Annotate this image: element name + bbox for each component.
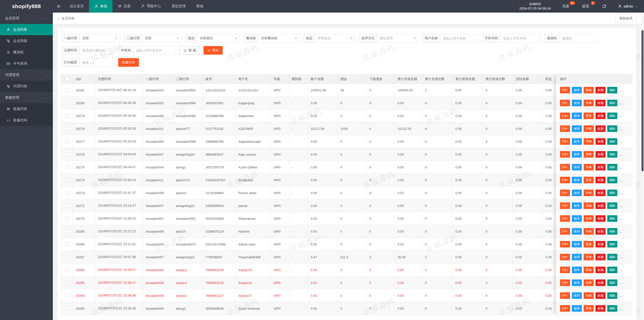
action-button-编辑[interactable]: 编辑 bbox=[607, 138, 617, 145]
row-checkbox[interactable] bbox=[65, 217, 69, 221]
action-button-等级[interactable]: 等级 bbox=[584, 177, 594, 183]
vertical-scrollbar[interactable] bbox=[641, 13, 644, 320]
action-button-打针[interactable]: 打针 bbox=[560, 305, 570, 312]
action-button-余额[interactable]: 余额 bbox=[595, 164, 606, 170]
action-button-编辑[interactable]: 编辑 bbox=[607, 228, 617, 235]
top-menu-item-6[interactable]: 商城 bbox=[191, 0, 209, 13]
action-button-编辑[interactable]: 编辑 bbox=[607, 125, 617, 132]
row-checkbox[interactable] bbox=[65, 114, 69, 118]
action-button-打针[interactable]: 打针 bbox=[560, 100, 570, 106]
action-button-做单[interactable]: 做单 bbox=[572, 113, 582, 119]
row-checkbox[interactable] bbox=[65, 255, 69, 259]
row-checkbox[interactable] bbox=[65, 204, 69, 208]
action-button-余额[interactable]: 余额 bbox=[595, 241, 606, 247]
action-button-余额[interactable]: 余额 bbox=[595, 125, 606, 132]
action-button-等级[interactable]: 等级 bbox=[584, 190, 594, 196]
action-button-做单[interactable]: 做单 bbox=[572, 254, 582, 260]
filter-select[interactable]: 全部级别 bbox=[197, 34, 239, 42]
action-button-余额[interactable]: 余额 bbox=[595, 267, 606, 273]
action-button-打针[interactable]: 打针 bbox=[560, 202, 570, 209]
action-button-编辑[interactable]: 编辑 bbox=[607, 100, 617, 106]
action-button-做单[interactable]: 做单 bbox=[572, 87, 582, 93]
action-button-等级[interactable]: 等级 bbox=[584, 215, 594, 222]
refresh-button[interactable] bbox=[597, 0, 612, 13]
action-button-编辑[interactable]: 编辑 bbox=[607, 113, 617, 119]
select-all-checkbox[interactable] bbox=[65, 77, 69, 81]
row-checkbox[interactable] bbox=[65, 139, 69, 144]
action-button-余额[interactable]: 余额 bbox=[595, 177, 606, 183]
action-button-编辑[interactable]: 编辑 bbox=[607, 254, 617, 260]
more-actions-link[interactable]: ... bbox=[620, 178, 623, 182]
sidebar-item-7[interactable]: 代理列表 bbox=[0, 81, 53, 92]
more-actions-link[interactable]: ... bbox=[620, 88, 623, 92]
action-button-做单[interactable]: 做单 bbox=[572, 241, 582, 247]
action-button-等级[interactable]: 等级 bbox=[584, 113, 594, 119]
row-checkbox[interactable] bbox=[65, 152, 69, 156]
sidebar-item-4[interactable]: 叠加组 bbox=[0, 47, 53, 58]
filter-select[interactable]: 所有状态 bbox=[315, 34, 355, 42]
action-button-余额[interactable]: 余额 bbox=[595, 279, 606, 286]
action-button-等级[interactable]: 等级 bbox=[584, 228, 594, 235]
action-button-等级[interactable]: 等级 bbox=[584, 254, 594, 260]
filter-input[interactable] bbox=[133, 46, 176, 54]
action-button-等级[interactable]: 等级 bbox=[584, 279, 594, 286]
action-button-编辑[interactable]: 编辑 bbox=[607, 305, 617, 312]
action-button-余额[interactable]: 余额 bbox=[595, 113, 606, 119]
row-checkbox[interactable] bbox=[65, 88, 69, 92]
action-button-做单[interactable]: 做单 bbox=[572, 202, 582, 209]
action-button-等级[interactable]: 等级 bbox=[584, 151, 594, 158]
action-button-编辑[interactable]: 编辑 bbox=[607, 202, 617, 209]
row-checkbox[interactable] bbox=[65, 101, 69, 105]
action-button-余额[interactable]: 余额 bbox=[595, 138, 606, 145]
top-menu-item-2[interactable]: 角色 bbox=[89, 0, 112, 13]
action-button-等级[interactable]: 等级 bbox=[584, 164, 594, 170]
action-button-打针[interactable]: 打针 bbox=[560, 215, 570, 222]
action-button-余额[interactable]: 余额 bbox=[595, 254, 606, 260]
more-actions-link[interactable]: ... bbox=[620, 230, 623, 233]
more-actions-link[interactable]: ... bbox=[620, 281, 623, 285]
action-button-等级[interactable]: 等级 bbox=[584, 241, 594, 247]
row-checkbox[interactable] bbox=[65, 268, 69, 272]
row-checkbox[interactable] bbox=[65, 191, 69, 195]
action-button-编辑[interactable]: 编辑 bbox=[607, 241, 617, 247]
action-button-做单[interactable]: 做单 bbox=[572, 138, 582, 145]
action-button-余额[interactable]: 余额 bbox=[595, 305, 606, 312]
row-checkbox[interactable] bbox=[65, 165, 69, 169]
action-button-余额[interactable]: 余额 bbox=[595, 190, 606, 196]
row-checkbox[interactable] bbox=[65, 306, 69, 310]
row-checkbox[interactable] bbox=[65, 127, 69, 131]
top-menu-item-3[interactable]: 交易 bbox=[112, 0, 136, 13]
row-checkbox[interactable] bbox=[65, 229, 69, 233]
more-actions-link[interactable]: ... bbox=[620, 268, 623, 272]
filter-select[interactable]: 全部 bbox=[142, 34, 181, 42]
action-button-等级[interactable]: 等级 bbox=[584, 100, 594, 106]
action-button-编辑[interactable]: 编辑 bbox=[607, 279, 617, 286]
sidebar-group-6[interactable]: 代理管理 bbox=[0, 69, 53, 81]
action-button-做单[interactable]: 做单 bbox=[572, 228, 582, 235]
action-button-余额[interactable]: 余额 bbox=[595, 87, 606, 93]
filter-select[interactable]: 默认排序 bbox=[377, 34, 418, 42]
sidebar-item-9[interactable]: 客服列表 bbox=[0, 103, 53, 115]
admin-menu[interactable]: admin bbox=[612, 0, 644, 13]
more-actions-link[interactable]: ... bbox=[620, 127, 623, 131]
action-button-余额[interactable]: 余额 bbox=[595, 151, 606, 158]
action-button-编辑[interactable]: 编辑 bbox=[607, 292, 617, 299]
filter-select[interactable]: 全部 bbox=[80, 34, 120, 42]
more-actions-link[interactable]: ... bbox=[620, 204, 623, 208]
sidebar-group-8[interactable]: 客服管理 bbox=[0, 92, 53, 103]
action-button-等级[interactable]: 等级 bbox=[584, 267, 594, 273]
more-actions-link[interactable]: ... bbox=[620, 307, 623, 310]
action-button-做单[interactable]: 做单 bbox=[572, 190, 582, 196]
action-button-余额[interactable]: 余额 bbox=[595, 228, 606, 235]
sidebar-item-5[interactable]: 卡号查询 bbox=[0, 58, 53, 69]
filter-input[interactable] bbox=[501, 34, 540, 42]
sidebar-item-3[interactable]: 会员等级 bbox=[0, 35, 53, 47]
action-button-做单[interactable]: 做单 bbox=[572, 215, 582, 222]
action-button-打针[interactable]: 打针 bbox=[560, 113, 570, 119]
action-button-打针[interactable]: 打针 bbox=[560, 292, 570, 299]
filter-button-搜索[interactable]: 搜 索 bbox=[179, 46, 200, 55]
action-button-做单[interactable]: 做单 bbox=[572, 125, 582, 132]
more-actions-link[interactable]: ... bbox=[620, 101, 623, 105]
action-button-打针[interactable]: 打针 bbox=[560, 254, 570, 260]
sidebar-group-1[interactable]: 会员管理 bbox=[0, 13, 53, 24]
